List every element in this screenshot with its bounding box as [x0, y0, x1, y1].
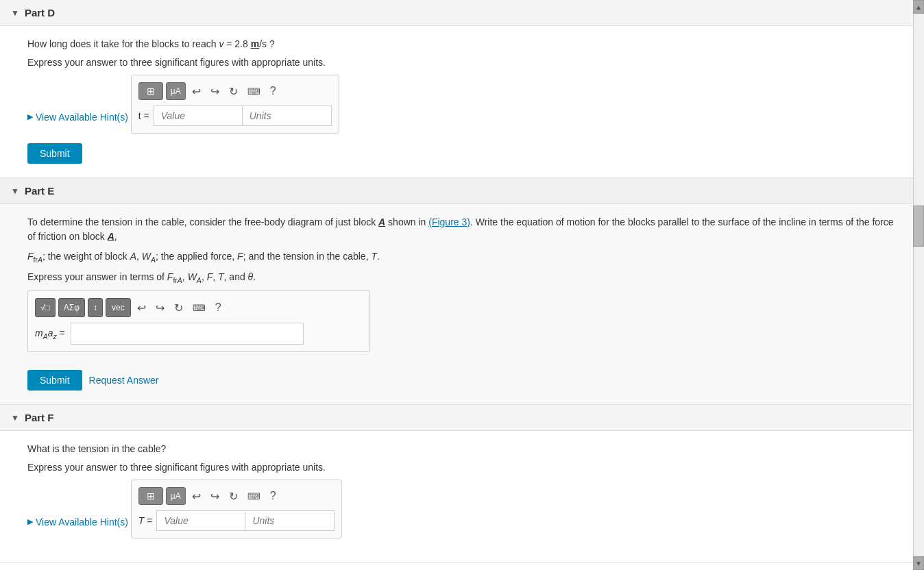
part-f-toolbar: ⊞ μΑ ↩ ↪ ↻: [138, 487, 335, 505]
part-d-express: Express your answer to three significant…: [27, 57, 899, 68]
part-e-undo-button[interactable]: ↩: [134, 299, 149, 317]
scrollbar-thumb[interactable]: [913, 206, 924, 247]
part-d-redo-button[interactable]: ↪: [207, 83, 223, 100]
undo-icon: ↩: [192, 85, 201, 98]
part-e-greek-button[interactable]: ΑΣφ: [58, 298, 85, 317]
part-f-undo-button[interactable]: ↩: [189, 488, 204, 505]
page-container: ▲ ▼ ▼ Part D How long does it take for t…: [0, 0, 924, 570]
part-d-toolbar: ⊞ μΑ ↩ ↪ ↻: [138, 82, 332, 100]
scrollbar-down-arrow[interactable]: ▼: [913, 556, 924, 570]
part-e-refresh-button[interactable]: ↻: [171, 299, 186, 317]
part-e-question: To determine the tension in the cable, c…: [27, 215, 899, 244]
refresh-f-icon: ↻: [229, 490, 238, 503]
main-content: ▼ Part D How long does it take for the b…: [0, 0, 913, 562]
part-f-hint-link[interactable]: ▶ View Available Hint(s): [27, 517, 128, 528]
help-f-icon: ?: [270, 490, 276, 502]
grid-icon: ⊞: [147, 86, 155, 97]
refresh-icon-e: ↻: [174, 301, 183, 314]
part-d-hint-label: View Available Hint(s): [36, 112, 128, 123]
hint-triangle-icon: ▶: [27, 112, 33, 121]
part-f-grid-button[interactable]: ⊞: [138, 487, 163, 505]
part-d-section: ▼ Part D How long does it take for the b…: [0, 0, 913, 178]
help-icon: ?: [270, 85, 276, 97]
part-d-input-row: t =: [138, 106, 332, 126]
part-e-header[interactable]: ▼ Part E: [0, 178, 913, 204]
part-f-help-button[interactable]: ?: [267, 488, 280, 504]
part-e-request-answer-link[interactable]: Request Answer: [89, 375, 159, 386]
part-e-keyboard-button[interactable]: ⌨: [189, 301, 209, 315]
part-e-submit-button[interactable]: Submit: [27, 370, 82, 391]
part-d-header[interactable]: ▼ Part D: [0, 0, 913, 26]
part-d-input-label: t =: [138, 110, 149, 121]
part-e-vec-button[interactable]: vec: [106, 298, 131, 317]
part-e-actions: Submit Request Answer: [27, 370, 899, 391]
part-e-input-row: mAaz =: [35, 323, 363, 345]
part-e-body: To determine the tension in the cable, c…: [0, 204, 913, 404]
part-f-section: ▼ Part F What is the tension in the cabl…: [0, 405, 913, 562]
greek-icon: ΑΣφ: [64, 303, 80, 312]
scrollbar-up-arrow[interactable]: ▲: [913, 0, 924, 14]
part-d-undo-button[interactable]: ↩: [189, 83, 204, 100]
part-f-input-label: T =: [138, 515, 153, 526]
part-f-header[interactable]: ▼ Part F: [0, 405, 913, 431]
part-e-express: Express your answer in terms of FfrA, WA…: [27, 271, 899, 284]
part-d-submit-button[interactable]: Submit: [27, 143, 82, 164]
part-e-title: Part E: [25, 185, 54, 197]
redo-icon: ↪: [210, 85, 219, 98]
redo-icon-e: ↪: [156, 301, 165, 314]
part-d-units-input[interactable]: [243, 106, 332, 126]
part-f-collapse-icon: ▼: [11, 413, 19, 423]
vec-icon: vec: [112, 303, 125, 312]
part-f-express: Express your answer to three significant…: [27, 462, 899, 473]
refresh-icon: ↻: [229, 85, 238, 98]
keyboard-f-icon: ⌨: [247, 491, 260, 501]
part-d-answer-box: ⊞ μΑ ↩ ↪ ↻: [131, 75, 339, 134]
part-f-hint-label: View Available Hint(s): [36, 517, 128, 528]
help-icon-e: ?: [215, 301, 221, 314]
matrix-icon: √□: [40, 303, 50, 312]
part-f-mu-button[interactable]: μΑ: [166, 487, 186, 505]
part-d-refresh-button[interactable]: ↻: [226, 83, 241, 100]
mu-icon: μΑ: [171, 86, 181, 96]
part-d-keyboard-button[interactable]: ⌨: [244, 84, 264, 99]
grid-f-icon: ⊞: [147, 491, 155, 501]
redo-f-icon: ↪: [210, 490, 219, 503]
part-d-help-button[interactable]: ?: [267, 83, 280, 99]
part-f-answer-box: ⊞ μΑ ↩ ↪ ↻: [131, 480, 343, 538]
part-d-title: Part D: [25, 7, 55, 18]
part-d-question: How long does it take for the blocks to …: [27, 37, 899, 51]
part-e-section: ▼ Part E To determine the tension in the…: [0, 178, 913, 405]
part-d-hint-link[interactable]: ▶ View Available Hint(s): [27, 112, 128, 123]
part-e-redo-button[interactable]: ↪: [152, 299, 168, 317]
part-e-matrix-button[interactable]: √□: [35, 298, 56, 317]
keyboard-icon: ⌨: [247, 86, 260, 97]
figure3-link[interactable]: (Figure 3): [428, 216, 470, 227]
part-e-collapse-icon: ▼: [11, 186, 19, 196]
undo-icon-e: ↩: [137, 301, 146, 314]
part-d-actions: Submit: [27, 143, 899, 164]
part-d-grid-button[interactable]: ⊞: [138, 82, 163, 100]
part-e-answer-input[interactable]: [71, 323, 304, 345]
mu-f-icon: μΑ: [171, 491, 181, 501]
part-f-keyboard-button[interactable]: ⌨: [244, 489, 264, 504]
part-f-title: Part F: [25, 412, 54, 423]
part-d-body: How long does it take for the blocks to …: [0, 26, 913, 177]
part-f-value-input[interactable]: [156, 510, 245, 531]
part-f-redo-button[interactable]: ↪: [207, 488, 223, 505]
arrows-icon: ↕: [93, 303, 97, 312]
part-e-answer-box: √□ ΑΣφ ↕ vec ↩: [27, 290, 370, 352]
part-e-help-button[interactable]: ?: [212, 299, 225, 316]
part-d-value-input[interactable]: [154, 106, 243, 126]
undo-f-icon: ↩: [192, 490, 201, 503]
part-f-refresh-button[interactable]: ↻: [226, 488, 241, 505]
keyboard-icon-e: ⌨: [193, 303, 206, 313]
part-e-question-line2: FfrA; the weight of block A, WA; the app…: [27, 249, 899, 266]
part-e-input-label: mAaz =: [35, 327, 65, 340]
part-f-question: What is the tension in the cable?: [27, 442, 899, 456]
part-e-arrows-button[interactable]: ↕: [88, 298, 103, 317]
hint-f-triangle-icon: ▶: [27, 517, 33, 526]
part-e-toolbar: √□ ΑΣφ ↕ vec ↩: [35, 298, 363, 317]
scrollbar-track[interactable]: ▲ ▼: [913, 0, 924, 570]
part-d-mu-button[interactable]: μΑ: [166, 82, 186, 100]
part-f-units-input[interactable]: [245, 510, 335, 531]
